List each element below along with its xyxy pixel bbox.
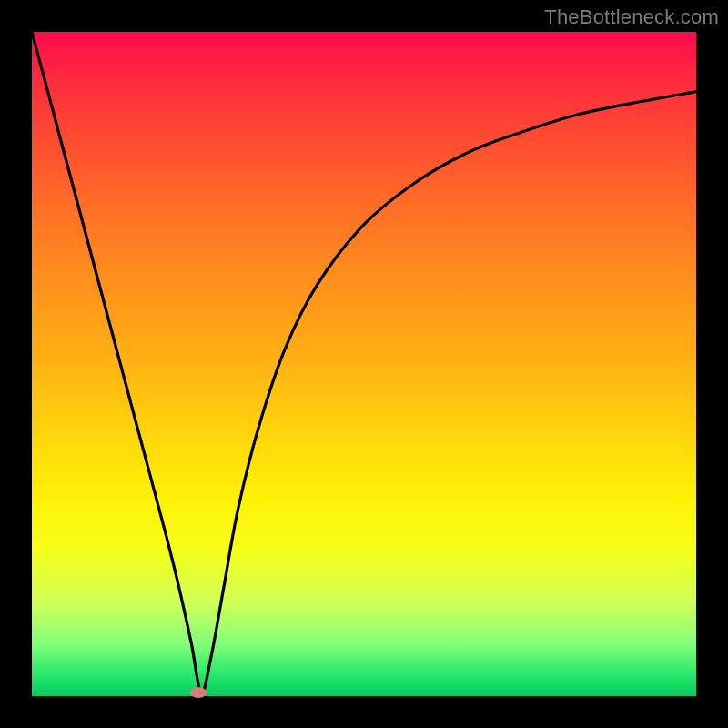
minimum-marker — [190, 687, 207, 698]
plot-area — [32, 32, 696, 696]
curve-layer — [32, 32, 696, 696]
chart-frame: TheBottleneck.com — [0, 0, 728, 728]
watermark-text: TheBottleneck.com — [544, 5, 719, 29]
bottleneck-curve — [32, 32, 696, 693]
